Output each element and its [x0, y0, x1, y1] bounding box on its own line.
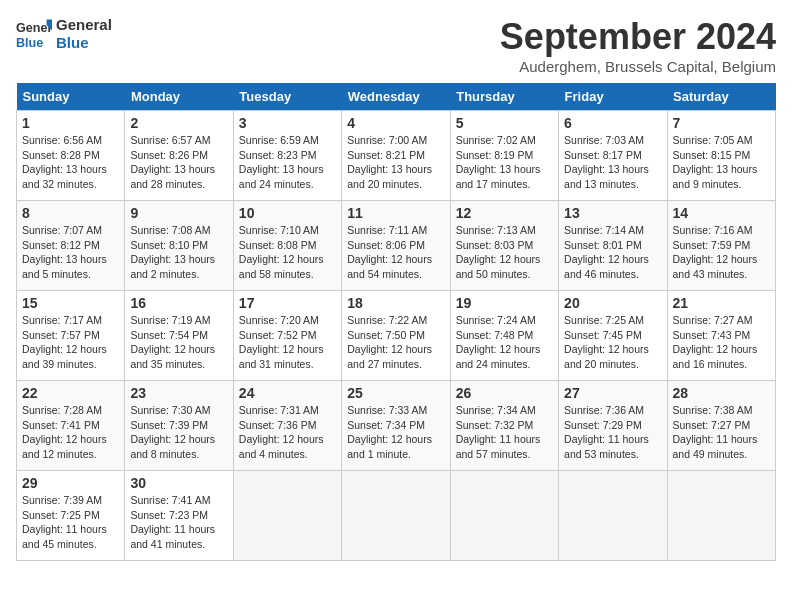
calendar-cell [233, 471, 341, 561]
day-number: 29 [22, 475, 119, 491]
calendar-cell: 22Sunrise: 7:28 AMSunset: 7:41 PMDayligh… [17, 381, 125, 471]
day-detail: Sunrise: 7:30 AMSunset: 7:39 PMDaylight:… [130, 403, 227, 462]
calendar-cell: 28Sunrise: 7:38 AMSunset: 7:27 PMDayligh… [667, 381, 775, 471]
calendar-cell: 5Sunrise: 7:02 AMSunset: 8:19 PMDaylight… [450, 111, 558, 201]
calendar-cell: 17Sunrise: 7:20 AMSunset: 7:52 PMDayligh… [233, 291, 341, 381]
day-number: 27 [564, 385, 661, 401]
day-detail: Sunrise: 6:59 AMSunset: 8:23 PMDaylight:… [239, 133, 336, 192]
day-number: 25 [347, 385, 444, 401]
calendar-cell [342, 471, 450, 561]
day-number: 20 [564, 295, 661, 311]
calendar-cell: 11Sunrise: 7:11 AMSunset: 8:06 PMDayligh… [342, 201, 450, 291]
day-detail: Sunrise: 7:22 AMSunset: 7:50 PMDaylight:… [347, 313, 444, 372]
calendar-cell [559, 471, 667, 561]
day-number: 3 [239, 115, 336, 131]
svg-text:Blue: Blue [16, 36, 43, 50]
month-title: September 2024 [500, 16, 776, 58]
calendar-week-5: 29Sunrise: 7:39 AMSunset: 7:25 PMDayligh… [17, 471, 776, 561]
calendar-cell: 2Sunrise: 6:57 AMSunset: 8:26 PMDaylight… [125, 111, 233, 201]
day-number: 26 [456, 385, 553, 401]
calendar-cell: 3Sunrise: 6:59 AMSunset: 8:23 PMDaylight… [233, 111, 341, 201]
day-number: 17 [239, 295, 336, 311]
day-detail: Sunrise: 7:27 AMSunset: 7:43 PMDaylight:… [673, 313, 770, 372]
day-detail: Sunrise: 7:19 AMSunset: 7:54 PMDaylight:… [130, 313, 227, 372]
day-detail: Sunrise: 7:28 AMSunset: 7:41 PMDaylight:… [22, 403, 119, 462]
day-detail: Sunrise: 7:14 AMSunset: 8:01 PMDaylight:… [564, 223, 661, 282]
calendar-table: SundayMondayTuesdayWednesdayThursdayFrid… [16, 83, 776, 561]
day-number: 10 [239, 205, 336, 221]
calendar-cell [450, 471, 558, 561]
calendar-cell: 24Sunrise: 7:31 AMSunset: 7:36 PMDayligh… [233, 381, 341, 471]
day-detail: Sunrise: 7:33 AMSunset: 7:34 PMDaylight:… [347, 403, 444, 462]
day-detail: Sunrise: 6:56 AMSunset: 8:28 PMDaylight:… [22, 133, 119, 192]
calendar-cell: 6Sunrise: 7:03 AMSunset: 8:17 PMDaylight… [559, 111, 667, 201]
day-detail: Sunrise: 7:39 AMSunset: 7:25 PMDaylight:… [22, 493, 119, 552]
day-detail: Sunrise: 7:34 AMSunset: 7:32 PMDaylight:… [456, 403, 553, 462]
day-detail: Sunrise: 7:20 AMSunset: 7:52 PMDaylight:… [239, 313, 336, 372]
calendar-cell: 10Sunrise: 7:10 AMSunset: 8:08 PMDayligh… [233, 201, 341, 291]
day-number: 13 [564, 205, 661, 221]
day-number: 30 [130, 475, 227, 491]
calendar-cell: 25Sunrise: 7:33 AMSunset: 7:34 PMDayligh… [342, 381, 450, 471]
day-detail: Sunrise: 7:02 AMSunset: 8:19 PMDaylight:… [456, 133, 553, 192]
calendar-cell: 20Sunrise: 7:25 AMSunset: 7:45 PMDayligh… [559, 291, 667, 381]
logo: General Blue General Blue [16, 16, 112, 52]
day-detail: Sunrise: 7:25 AMSunset: 7:45 PMDaylight:… [564, 313, 661, 372]
day-detail: Sunrise: 7:24 AMSunset: 7:48 PMDaylight:… [456, 313, 553, 372]
day-detail: Sunrise: 7:00 AMSunset: 8:21 PMDaylight:… [347, 133, 444, 192]
page-header: General Blue General Blue September 2024… [16, 16, 776, 75]
calendar-cell: 18Sunrise: 7:22 AMSunset: 7:50 PMDayligh… [342, 291, 450, 381]
day-detail: Sunrise: 7:16 AMSunset: 7:59 PMDaylight:… [673, 223, 770, 282]
calendar-cell: 13Sunrise: 7:14 AMSunset: 8:01 PMDayligh… [559, 201, 667, 291]
calendar-cell [667, 471, 775, 561]
day-number: 28 [673, 385, 770, 401]
column-header-saturday: Saturday [667, 83, 775, 111]
day-number: 19 [456, 295, 553, 311]
day-number: 24 [239, 385, 336, 401]
calendar-cell: 12Sunrise: 7:13 AMSunset: 8:03 PMDayligh… [450, 201, 558, 291]
day-detail: Sunrise: 7:31 AMSunset: 7:36 PMDaylight:… [239, 403, 336, 462]
calendar-cell: 21Sunrise: 7:27 AMSunset: 7:43 PMDayligh… [667, 291, 775, 381]
column-header-friday: Friday [559, 83, 667, 111]
day-number: 21 [673, 295, 770, 311]
day-number: 22 [22, 385, 119, 401]
calendar-header-row: SundayMondayTuesdayWednesdayThursdayFrid… [17, 83, 776, 111]
calendar-cell: 7Sunrise: 7:05 AMSunset: 8:15 PMDaylight… [667, 111, 775, 201]
calendar-week-3: 15Sunrise: 7:17 AMSunset: 7:57 PMDayligh… [17, 291, 776, 381]
day-detail: Sunrise: 7:10 AMSunset: 8:08 PMDaylight:… [239, 223, 336, 282]
calendar-cell: 8Sunrise: 7:07 AMSunset: 8:12 PMDaylight… [17, 201, 125, 291]
logo-icon: General Blue [16, 16, 52, 52]
calendar-cell: 30Sunrise: 7:41 AMSunset: 7:23 PMDayligh… [125, 471, 233, 561]
calendar-cell: 15Sunrise: 7:17 AMSunset: 7:57 PMDayligh… [17, 291, 125, 381]
logo-text-general: General [56, 16, 112, 34]
day-detail: Sunrise: 7:17 AMSunset: 7:57 PMDaylight:… [22, 313, 119, 372]
day-number: 14 [673, 205, 770, 221]
column-header-thursday: Thursday [450, 83, 558, 111]
day-number: 2 [130, 115, 227, 131]
calendar-cell: 16Sunrise: 7:19 AMSunset: 7:54 PMDayligh… [125, 291, 233, 381]
calendar-body: 1Sunrise: 6:56 AMSunset: 8:28 PMDaylight… [17, 111, 776, 561]
day-detail: Sunrise: 7:08 AMSunset: 8:10 PMDaylight:… [130, 223, 227, 282]
location-subtitle: Auderghem, Brussels Capital, Belgium [500, 58, 776, 75]
day-number: 23 [130, 385, 227, 401]
day-detail: Sunrise: 7:41 AMSunset: 7:23 PMDaylight:… [130, 493, 227, 552]
day-number: 12 [456, 205, 553, 221]
calendar-week-1: 1Sunrise: 6:56 AMSunset: 8:28 PMDaylight… [17, 111, 776, 201]
calendar-cell: 1Sunrise: 6:56 AMSunset: 8:28 PMDaylight… [17, 111, 125, 201]
day-number: 18 [347, 295, 444, 311]
column-header-tuesday: Tuesday [233, 83, 341, 111]
column-header-wednesday: Wednesday [342, 83, 450, 111]
calendar-cell: 26Sunrise: 7:34 AMSunset: 7:32 PMDayligh… [450, 381, 558, 471]
calendar-cell: 9Sunrise: 7:08 AMSunset: 8:10 PMDaylight… [125, 201, 233, 291]
day-detail: Sunrise: 7:07 AMSunset: 8:12 PMDaylight:… [22, 223, 119, 282]
day-detail: Sunrise: 7:38 AMSunset: 7:27 PMDaylight:… [673, 403, 770, 462]
day-detail: Sunrise: 7:11 AMSunset: 8:06 PMDaylight:… [347, 223, 444, 282]
column-header-sunday: Sunday [17, 83, 125, 111]
day-number: 8 [22, 205, 119, 221]
day-number: 4 [347, 115, 444, 131]
day-detail: Sunrise: 6:57 AMSunset: 8:26 PMDaylight:… [130, 133, 227, 192]
day-number: 6 [564, 115, 661, 131]
day-number: 9 [130, 205, 227, 221]
day-number: 15 [22, 295, 119, 311]
day-detail: Sunrise: 7:36 AMSunset: 7:29 PMDaylight:… [564, 403, 661, 462]
